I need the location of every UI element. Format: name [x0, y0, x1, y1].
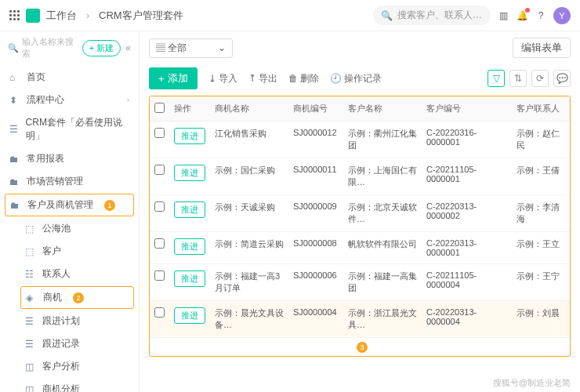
collapse-icon[interactable]: « — [125, 42, 131, 53]
annotation-badge: 1 — [104, 200, 115, 211]
sidebar-item-1[interactable]: ⬍流程中心› — [0, 89, 139, 111]
cell-ccode: C-20220313-0000004 — [422, 301, 512, 338]
cell-code: SJ0000012 — [288, 122, 343, 158]
sidebar-item-label: 常用报表 — [27, 152, 64, 165]
sidebar-item-6[interactable]: ⬚公海池 — [0, 217, 139, 240]
export-button[interactable]: ⤒ 导出 — [248, 72, 277, 85]
pool-icon: ⬚ — [25, 223, 36, 234]
cell-customer: 示例：浙江晨光文具… — [343, 301, 422, 338]
row-checkbox[interactable] — [154, 165, 165, 175]
push-button[interactable]: 推进 — [174, 238, 205, 255]
global-search[interactable]: 🔍 搜索客户、联系人… — [373, 5, 491, 25]
toolbar: +添加 ⤓ 导入 ⤒ 导出 🗑 删除 🕘 操作记录 ▽ ⇅ ⟳ 💬 — [140, 64, 580, 96]
data-table: 操作商机名称商机编号客户名称客户编号客户联系人 推进 江化销售采购 SJ0000… — [149, 96, 571, 357]
cell-code: SJ0000008 — [288, 232, 343, 264]
plan-icon: ☰ — [25, 316, 36, 327]
sidebar: 🔍输入名称来搜索 + 新建 « ⌂首页⬍流程中心›☰CRM套件「必看使用说明」🖿… — [0, 31, 140, 392]
cell-contact: 示例：王倩 — [512, 158, 570, 195]
new-button[interactable]: + 新建 — [82, 40, 121, 56]
sidebar-search[interactable]: 🔍输入名称来搜索 — [8, 36, 78, 60]
sidebar-item-10[interactable]: ☰跟进计划 — [0, 310, 139, 332]
cell-contact: 示例：李清海 — [512, 195, 570, 232]
table-row[interactable]: 推进 示例：晨光文具设备… SJ0000004 示例：浙江晨光文具… C-202… — [150, 301, 570, 338]
sidebar-item-13[interactable]: ◫商机分析 — [0, 378, 139, 392]
edit-form-button[interactable]: 编辑表单 — [513, 38, 571, 58]
chat-icon[interactable]: 💬 — [553, 70, 571, 87]
cell-code: SJ0000004 — [288, 301, 343, 338]
cell-customer: 示例：衢州江化集团 — [343, 122, 422, 158]
push-button[interactable]: 推进 — [174, 128, 205, 144]
row-checkbox[interactable] — [154, 238, 165, 249]
table-row[interactable]: 推进 示例：福建一高3月订单 SJ0000006 示例：福建一高集团 C-202… — [150, 264, 570, 301]
row-checkbox[interactable] — [154, 307, 165, 318]
cell-ccode: C-20211105-0000004 — [422, 264, 512, 301]
sidebar-item-label: 流程中心 — [27, 93, 64, 107]
breadcrumb-workspace[interactable]: 工作台 — [46, 9, 77, 23]
cell-name: 示例：晨光文具设备… — [210, 301, 288, 338]
cell-ccode: C-20220316-0000001 — [422, 122, 512, 158]
notebook-icon[interactable]: ▥ — [497, 9, 509, 22]
sidebar-item-12[interactable]: ◫客户分析 — [0, 355, 139, 378]
contact-icon: ☷ — [25, 269, 36, 280]
sidebar-item-label: 跟进计划 — [42, 314, 80, 328]
sidebar-item-label: 商机 — [43, 291, 62, 304]
help-icon[interactable]: ? — [535, 9, 547, 22]
row-checkbox[interactable] — [154, 201, 165, 212]
column-header: 操作 — [169, 96, 210, 122]
breadcrumb-app[interactable]: CRM客户管理套件 — [99, 9, 183, 23]
row-checkbox[interactable] — [154, 270, 165, 281]
log-button[interactable]: 🕘 操作记录 — [330, 72, 382, 85]
column-header: 商机编号 — [288, 96, 343, 122]
app-header: 工作台 › CRM客户管理套件 🔍 搜索客户、联系人… ▥ 🔔 ? Y — [0, 0, 580, 31]
add-button[interactable]: +添加 — [149, 67, 198, 89]
row-checkbox[interactable] — [154, 128, 165, 138]
annotation-badge: 2 — [73, 292, 84, 303]
main-content: ▤ 全部 ⌄ 编辑表单 +添加 ⤓ 导入 ⤒ 导出 🗑 删除 🕘 操作记录 ▽ … — [140, 31, 580, 392]
sidebar-item-2[interactable]: ☰CRM套件「必看使用说明」 — [0, 111, 139, 147]
avatar[interactable]: Y — [553, 7, 571, 24]
settings-icon[interactable]: ⇅ — [509, 70, 527, 87]
cell-contact: 示例：刘晨 — [512, 301, 570, 338]
table-row[interactable]: 推进 示例：天诚采购 SJ0000009 示例：北京天诚软件… C-202203… — [150, 195, 570, 232]
column-header: 客户名称 — [343, 96, 422, 122]
sidebar-item-3[interactable]: 🖿常用报表 — [0, 147, 139, 170]
cell-ccode: C-20220313-0000001 — [422, 232, 512, 264]
app-logo — [26, 9, 40, 23]
column-header: 客户编号 — [422, 96, 512, 122]
cell-contact: 示例：王宁 — [512, 264, 570, 301]
table-row[interactable]: 推进 示例：简道云采购 SJ0000008 帆软软件有限公司 C-2022031… — [150, 232, 570, 264]
sidebar-item-label: 客户 — [42, 245, 61, 258]
sidebar-item-8[interactable]: ☷联系人 — [0, 263, 139, 285]
bell-icon[interactable]: 🔔 — [516, 9, 528, 22]
annotation-badge-3: 3 — [357, 342, 368, 353]
chart-icon: ◫ — [25, 384, 36, 393]
cell-name: 示例：天诚采购 — [210, 195, 288, 232]
sidebar-item-label: 跟进记录 — [42, 337, 80, 350]
view-selector[interactable]: ▤ 全部 ⌄ — [149, 38, 233, 58]
push-button[interactable]: 推进 — [174, 270, 205, 287]
refresh-icon[interactable]: ⟳ — [531, 70, 549, 87]
filter-icon[interactable]: ▽ — [488, 70, 505, 87]
import-button[interactable]: ⤓ 导入 — [208, 72, 237, 85]
record-icon: ☰ — [25, 339, 36, 350]
sidebar-item-0[interactable]: ⌂首页 — [0, 66, 139, 89]
table-row[interactable]: 推进 江化销售采购 SJ0000012 示例：衢州江化集团 C-20220316… — [150, 122, 570, 158]
push-button[interactable]: 推进 — [174, 201, 205, 218]
sidebar-item-5[interactable]: 🖿客户及商机管理1 — [5, 194, 134, 216]
cell-customer: 示例：上海国仁有限… — [343, 158, 422, 195]
cell-customer: 帆软软件有限公司 — [343, 232, 422, 264]
sidebar-item-11[interactable]: ☰跟进记录 — [0, 332, 139, 355]
search-icon: 🔍 — [381, 10, 393, 21]
select-all-checkbox[interactable] — [154, 103, 165, 113]
apps-grid-icon[interactable] — [9, 10, 20, 20]
push-button[interactable]: 推进 — [174, 307, 205, 324]
table-row[interactable]: 推进 示例：国仁采购 SJ0000011 示例：上海国仁有限… C-202111… — [150, 158, 570, 195]
push-button[interactable]: 推进 — [174, 165, 205, 181]
sidebar-item-label: 公海池 — [42, 222, 71, 235]
delete-button[interactable]: 🗑 删除 — [288, 72, 319, 85]
cell-ccode: C-20211105-0000001 — [422, 158, 512, 195]
sidebar-item-7[interactable]: ⬚客户 — [0, 240, 139, 263]
plus-icon: + — [158, 73, 165, 85]
sidebar-item-9[interactable]: ◈商机2 — [20, 286, 134, 309]
sidebar-item-4[interactable]: 🖿市场营销管理 — [0, 170, 139, 193]
